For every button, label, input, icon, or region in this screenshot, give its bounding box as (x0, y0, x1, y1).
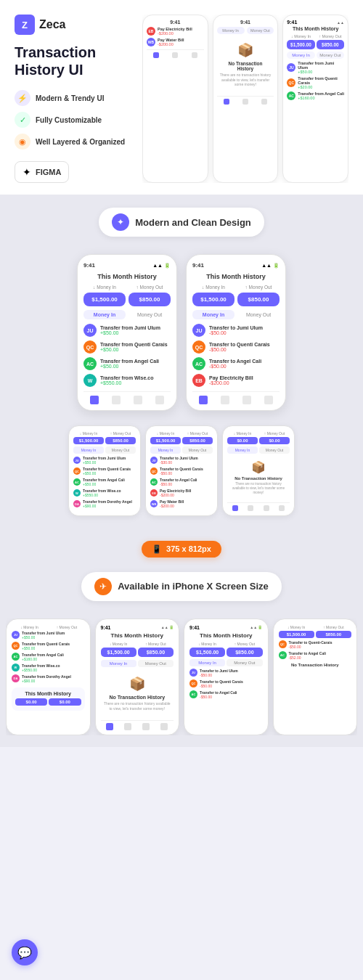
trans-row: AC Transfer to Angel Cali -$50.00 (150, 478, 213, 486)
no-tx-title: No Transaction History (220, 61, 272, 71)
trans-avatar: QC (279, 640, 287, 648)
trans-row: QC Transfer to Quenti-Carais -$50.00 (279, 640, 352, 649)
nav-settings[interactable] (279, 505, 285, 511)
nav-settings[interactable] (155, 396, 164, 404)
trans-name: Transfer to Angel Cali (289, 651, 327, 656)
nav-tx[interactable] (221, 396, 229, 404)
trans-name: Pay Electricity Bill (209, 375, 253, 380)
inner-in-amount: $0.00 (15, 698, 47, 706)
trans-amount: -$50.00 (209, 347, 270, 352)
filter-in[interactable]: Money In (150, 446, 181, 454)
trans-amount: -$50.00 (209, 364, 261, 369)
nav-tx[interactable] (172, 52, 178, 58)
filter-in[interactable]: Money In (189, 659, 225, 666)
nav-tx[interactable] (242, 99, 248, 105)
trans-row: AC Transfer to Angel Cali -$50.00 (189, 690, 263, 699)
feature-item-1: ⚡ Modern & Trendy UI (15, 90, 131, 106)
money-out-btn[interactable]: $850.00 (237, 293, 280, 306)
tab-money-in[interactable]: Money In (192, 310, 234, 319)
trans-info: Transfer from Quenti Carais +$50.00 (83, 467, 131, 475)
trans-amount: +$20.00 (298, 85, 344, 89)
tab-money-out[interactable]: Money Out (237, 310, 280, 319)
trans-avatar: QC (287, 78, 295, 87)
top-section: Z Zeca Transaction History UI ⚡ Modern &… (0, 0, 363, 195)
trans-name: Transfer to Quenti-Carais (289, 640, 333, 645)
inner-phone: This Month History $0.00 $0.00 (12, 687, 85, 711)
trans-info: Transfer from Jumi Ulum +$50.00 (83, 456, 126, 465)
trans-row: WB Pay Water Bill -$200.00 (150, 499, 213, 508)
strip-money-in: ↓ Money In (227, 431, 258, 436)
nav-home[interactable] (153, 52, 159, 58)
tab-money-in[interactable]: Money In (83, 310, 126, 319)
nav-home[interactable] (106, 723, 113, 730)
no-tx-title: No Transaction History (109, 695, 165, 700)
nav-profile[interactable] (242, 396, 251, 404)
trans-name: Transfer from Wise.co (22, 663, 60, 668)
trans-amount: -$50.00 (200, 673, 238, 677)
trans-name: Transfer to Quenti Carais (200, 679, 243, 684)
filter-in[interactable]: Money In (101, 660, 136, 667)
trans-avatar: QC (12, 642, 20, 650)
nav-profile[interactable] (264, 505, 269, 511)
trans-name: Transfer from Quenti Carais (298, 76, 344, 85)
trans-name: Transfer to Angel Cali (200, 690, 237, 695)
money-in-tab[interactable]: ↓ Money In (287, 34, 314, 38)
filter-out[interactable]: Money Out (105, 446, 136, 454)
figma-icon: ✦ (23, 166, 31, 178)
nav-settings[interactable] (264, 396, 273, 404)
strip-money-out: ↑ Money Out (259, 431, 290, 436)
trans-avatar: W (83, 374, 97, 387)
trans-info: Transfer to Jumi Ulum -$50.00 (209, 325, 263, 335)
nav-home[interactable] (90, 396, 99, 404)
filter-out[interactable]: Money Out (259, 446, 290, 454)
strip-money-out: ↑ Money Out (182, 431, 213, 436)
nav-settings[interactable] (160, 723, 168, 730)
figma-badge[interactable]: ✦ FIGMA (15, 161, 69, 183)
nav-tx[interactable] (112, 396, 121, 404)
trans-row: JU Transfer from Jumi Ulum +$50.00 (83, 324, 171, 337)
money-out-btn[interactable]: $850.00 (129, 293, 171, 306)
trans-row: W Transfer from Wise.co +$550.00 (73, 489, 136, 497)
filter-in[interactable]: Money In (73, 446, 104, 454)
nav-home[interactable] (199, 396, 208, 404)
trans-amount: -$50.00 (209, 330, 263, 335)
filter-out[interactable]: Money Out (182, 446, 213, 454)
phone3-time: 9:41 (287, 20, 297, 25)
filter-money-in[interactable]: Money In (287, 52, 314, 59)
ph-header: This Month History (101, 632, 174, 639)
b-money-out: ↑ Money Out (316, 625, 351, 629)
out-amount: $850.00 (227, 648, 262, 657)
nav-home[interactable] (224, 99, 229, 105)
trans-row: AC Transfer from Angel Cali +$160.00 (287, 91, 344, 100)
status-bar: 9:41 ▲▲ 🔋 (83, 262, 171, 269)
ph-header: This Month History (189, 632, 263, 639)
watermark-icon: 💬 (12, 939, 38, 965)
ph-header: This Month History (83, 273, 171, 280)
no-tx-desc: There are no transaction history availab… (229, 482, 288, 495)
trans-name: Transfer to Jumi Ulum (200, 669, 238, 673)
nav-profile[interactable] (134, 396, 142, 404)
filter-out[interactable]: Money Out (227, 659, 262, 666)
money-in-btn[interactable]: $1,500.00 (192, 293, 234, 306)
filter-in[interactable]: Money In (227, 446, 258, 454)
trans-amount: -$200.00 (158, 31, 204, 36)
filter-money-out[interactable]: Money Out (317, 52, 344, 59)
trans-name: Transfer from Jumi Ulum (22, 631, 65, 635)
money-in-btn[interactable]: $1,500.00 (83, 293, 126, 306)
money-out-tab[interactable]: ↑ Money Out (317, 34, 344, 38)
no-tx-desc: There are no transaction history availab… (220, 73, 272, 87)
nav-profile[interactable] (142, 723, 150, 730)
filter-out[interactable]: Money Out (138, 660, 174, 667)
nav-profile[interactable] (192, 52, 197, 58)
nav-profile[interactable] (261, 99, 267, 105)
trans-name: Transfer from Quenti Carais (100, 342, 168, 347)
logo-row: Z Zeca (15, 15, 131, 35)
nav-tx[interactable] (248, 505, 253, 511)
trans-row: QC Transfer from Quenti Carais +$50.00 (73, 467, 136, 475)
nav-home[interactable] (232, 505, 238, 511)
trans-amount: +$50.00 (100, 364, 159, 369)
tab-money-out[interactable]: Money Out (129, 310, 171, 319)
in-amount: $1,500.00 (101, 648, 136, 657)
trans-avatar: QC (73, 467, 81, 475)
nav-tx[interactable] (124, 723, 131, 730)
